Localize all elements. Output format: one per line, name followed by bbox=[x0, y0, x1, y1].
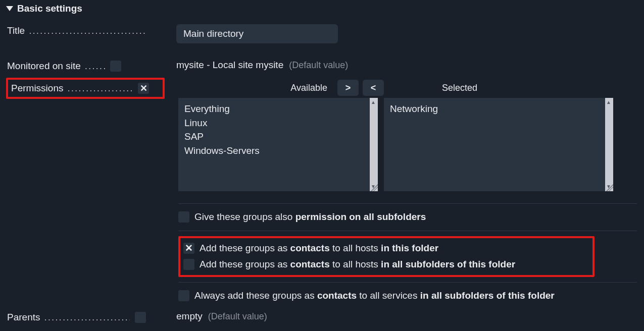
contacts-subfolders-checkbox[interactable] bbox=[183, 259, 194, 270]
monitored-value: mysite - Local site mysite bbox=[176, 60, 283, 70]
parents-value: empty bbox=[176, 311, 203, 321]
scrollbar[interactable] bbox=[370, 98, 378, 191]
contacts-folder-label: Add these groups as contacts to all host… bbox=[200, 241, 438, 256]
contacts-folder-checkbox[interactable]: ✕ bbox=[183, 243, 194, 254]
dots-decoration: ........... bbox=[85, 61, 105, 72]
row-title: Title ..................................… bbox=[0, 19, 644, 46]
row-monitored: Monitored on site ........... mysite - L… bbox=[0, 54, 644, 75]
close-icon: ✕ bbox=[185, 241, 193, 256]
list-item[interactable]: SAP bbox=[184, 130, 372, 144]
permissions-label: Permissions bbox=[11, 83, 63, 94]
row-permissions: Permissions ............................… bbox=[0, 75, 644, 307]
selected-header: Selected bbox=[384, 83, 477, 93]
title-input[interactable] bbox=[176, 24, 338, 43]
dots-decoration: .............................. bbox=[67, 83, 133, 94]
monitored-override-checkbox[interactable] bbox=[110, 61, 121, 72]
perm-subfolders-label: Give these groups also permission on all… bbox=[194, 210, 426, 225]
services-subfolders-checkbox[interactable] bbox=[178, 290, 189, 301]
permissions-label-highlight: Permissions ............................… bbox=[6, 78, 165, 99]
contacts-highlight: ✕ Add these groups as contacts to all ho… bbox=[178, 236, 595, 277]
resize-handle-icon[interactable] bbox=[371, 184, 378, 191]
parents-default: (Default value) bbox=[208, 311, 267, 321]
available-list[interactable]: Everything Linux SAP Windows-Servers bbox=[178, 98, 378, 191]
parents-override-checkbox[interactable] bbox=[135, 312, 146, 323]
permissions-override-checkbox[interactable]: ✕ bbox=[138, 83, 149, 94]
row-parents: Parents ................................… bbox=[0, 306, 644, 326]
monitored-default: (Default value) bbox=[289, 60, 348, 70]
title-label: Title bbox=[7, 25, 25, 36]
list-item[interactable]: Windows-Servers bbox=[184, 144, 372, 158]
move-right-button[interactable]: > bbox=[337, 80, 359, 96]
dots-decoration: ........................................… bbox=[44, 312, 130, 323]
close-icon: ✕ bbox=[140, 84, 147, 93]
list-item[interactable]: Everything bbox=[184, 102, 372, 116]
monitored-label: Monitored on site bbox=[7, 61, 81, 72]
available-header: Available bbox=[178, 83, 337, 93]
collapse-icon bbox=[6, 6, 13, 11]
perm-subfolders-checkbox[interactable] bbox=[178, 211, 189, 223]
services-subfolders-label: Always add these groups as contacts to a… bbox=[194, 289, 555, 303]
scrollbar[interactable] bbox=[605, 98, 613, 191]
resize-handle-icon[interactable] bbox=[606, 184, 613, 191]
parents-label: Parents bbox=[7, 312, 40, 323]
section-title: Basic settings bbox=[17, 3, 82, 14]
contacts-subfolders-label: Add these groups as contacts to all host… bbox=[200, 257, 515, 272]
selected-list[interactable]: Networking bbox=[384, 98, 613, 191]
list-item[interactable]: Linux bbox=[184, 116, 372, 130]
dots-decoration: ........................................… bbox=[29, 25, 145, 36]
list-item[interactable]: Networking bbox=[390, 102, 607, 116]
move-left-button[interactable]: < bbox=[363, 80, 384, 96]
section-header[interactable]: Basic settings bbox=[0, 0, 644, 19]
